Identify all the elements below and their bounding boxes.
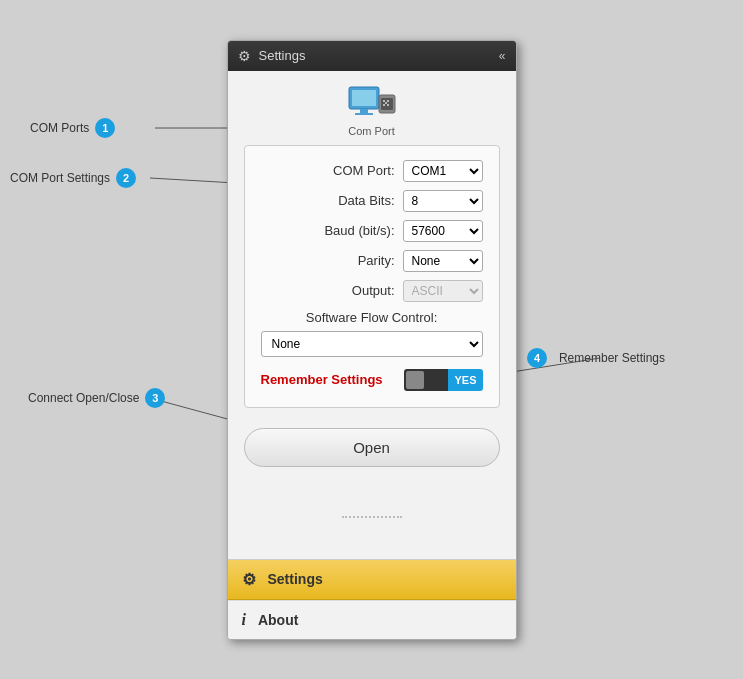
svg-rect-7 <box>355 113 373 115</box>
flow-control-select[interactable]: None XON/XOFF <box>261 331 483 357</box>
svg-rect-5 <box>352 90 376 106</box>
remember-row: Remember Settings YES <box>261 369 483 391</box>
toggle-thumb <box>406 371 424 389</box>
annotation-3-label: Connect Open/Close <box>28 391 139 405</box>
data-bits-label: Data Bits: <box>338 193 394 208</box>
parity-label: Parity: <box>358 253 395 268</box>
titlebar-left: ⚙ Settings <box>238 48 306 64</box>
annotation-1-badge: 1 <box>95 118 115 138</box>
nav-item-about[interactable]: i About <box>228 600 516 639</box>
annotation-4-label: Remember Settings <box>559 351 665 365</box>
annotation-2: COM Port Settings 2 <box>10 168 136 188</box>
toggle-track <box>404 369 448 391</box>
svg-point-12 <box>383 104 385 106</box>
svg-point-11 <box>387 100 389 102</box>
svg-rect-6 <box>360 109 368 113</box>
collapse-button[interactable]: « <box>499 49 506 63</box>
window-title: Settings <box>259 48 306 63</box>
com-port-field-label: COM Port: <box>333 163 394 178</box>
annotation-3-badge: 3 <box>145 388 165 408</box>
svg-point-10 <box>383 100 385 102</box>
annotation-3: Connect Open/Close 3 <box>28 388 165 408</box>
annotation-1-label: COM Ports <box>30 121 89 135</box>
drag-handle <box>342 516 402 522</box>
about-nav-icon: i <box>242 611 246 629</box>
annotation-1: COM Ports 1 <box>30 118 115 138</box>
output-select[interactable]: ASCII HEX <box>403 280 483 302</box>
settings-nav-icon: ⚙ <box>242 570 256 589</box>
com-port-label: Com Port <box>348 125 394 137</box>
svg-rect-9 <box>381 98 393 110</box>
svg-point-14 <box>385 102 387 104</box>
remember-toggle[interactable]: YES <box>404 369 482 391</box>
flow-control-section: Software Flow Control: None XON/XOFF <box>261 310 483 357</box>
settings-panel: COM Port: COM1 COM2 COM3 COM4 Data Bits:… <box>244 145 500 408</box>
annotation-2-badge: 2 <box>116 168 136 188</box>
com-port-icon <box>347 85 397 123</box>
com-port-row: COM Port: COM1 COM2 COM3 COM4 <box>261 160 483 182</box>
baud-label: Baud (bit/s): <box>324 223 394 238</box>
flow-control-label: Software Flow Control: <box>261 310 483 325</box>
settings-window: ⚙ Settings « Com P <box>227 40 517 640</box>
com-port-icon-area: Com Port <box>228 71 516 145</box>
baud-select[interactable]: 9600 19200 38400 57600 115200 <box>403 220 483 242</box>
data-bits-row: Data Bits: 5 6 7 8 <box>261 190 483 212</box>
nav-settings-label: Settings <box>268 571 323 587</box>
parity-row: Parity: None Even Odd <box>261 250 483 272</box>
gear-icon: ⚙ <box>238 48 251 64</box>
titlebar: ⚙ Settings « <box>228 41 516 71</box>
toggle-yes-label: YES <box>448 369 482 391</box>
svg-point-13 <box>387 104 389 106</box>
bottom-nav: ⚙ Settings i About <box>228 559 516 639</box>
open-button[interactable]: Open <box>244 428 500 467</box>
data-bits-select[interactable]: 5 6 7 8 <box>403 190 483 212</box>
baud-row: Baud (bit/s): 9600 19200 38400 57600 115… <box>261 220 483 242</box>
window-content: Com Port COM Port: COM1 COM2 COM3 COM4 D… <box>228 71 516 639</box>
annotation-4: Remember Settings 4 <box>527 348 665 368</box>
annotation-4-badge: 4 <box>527 348 547 368</box>
parity-select[interactable]: None Even Odd <box>403 250 483 272</box>
nav-item-settings[interactable]: ⚙ Settings <box>228 560 516 600</box>
annotation-2-label: COM Port Settings <box>10 171 110 185</box>
remember-label: Remember Settings <box>261 372 383 387</box>
nav-about-label: About <box>258 612 298 628</box>
output-label: Output: <box>352 283 395 298</box>
spacer-area <box>228 479 516 559</box>
output-row: Output: ASCII HEX <box>261 280 483 302</box>
com-port-select[interactable]: COM1 COM2 COM3 COM4 <box>403 160 483 182</box>
